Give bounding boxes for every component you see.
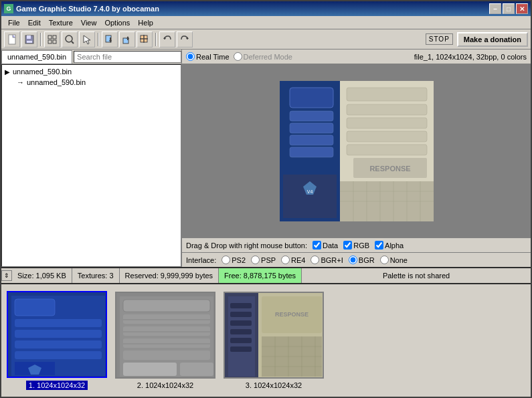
svg-rect-32 (347, 118, 427, 128)
separator-3 (155, 33, 157, 46)
stop-button[interactable]: STOP (426, 33, 453, 45)
reserved-label: Reserved: 9,999,999 bytes (125, 272, 213, 280)
interlace-ps2-text: PS2 (232, 256, 246, 264)
extra-button[interactable] (137, 31, 153, 47)
svg-rect-0 (9, 35, 15, 44)
realtime-label: Real Time (196, 53, 230, 61)
menu-options[interactable]: Options (100, 17, 134, 28)
svg-rect-33 (347, 131, 427, 142)
close-button[interactable]: ✕ (516, 3, 528, 14)
import-button[interactable] (102, 31, 118, 47)
viewer-area: RESPONSE (182, 64, 531, 237)
svg-rect-64 (123, 351, 210, 360)
menu-view[interactable]: View (77, 17, 101, 28)
svg-text:V4: V4 (306, 189, 313, 194)
viewer-bar: Real Time Deferred Mode file_1, 1024x102… (182, 49, 531, 64)
tree-child-item[interactable]: → unnamed_590.bin (3, 77, 179, 88)
svg-rect-78 (230, 346, 252, 352)
left-panel: unnamed_590.bin ▶ unnamed_590.bin → unna… (1, 49, 182, 267)
donate-button[interactable]: Make a donation (457, 32, 528, 47)
svg-marker-10 (84, 35, 90, 44)
scroll-icon[interactable]: ⇕ (1, 270, 12, 281)
tree-file-icon: → (17, 78, 24, 86)
interlace-none-radio[interactable] (380, 256, 389, 264)
free-label: Free: 8,878,175 bytes (224, 272, 296, 280)
thumb-img-3: RESPONSE (224, 292, 324, 379)
thumb-label-3: 3. 1024x1024x32 (246, 381, 302, 389)
interlace-ps2-radio[interactable] (221, 256, 230, 264)
interlace-re4-label[interactable]: RE4 (281, 256, 305, 264)
svg-rect-62 (123, 326, 210, 336)
svg-text:RESPONSE: RESPONSE (275, 311, 308, 318)
thumbnail-3[interactable]: RESPONSE 3. 1024x1024x32 (224, 292, 324, 389)
menubar: File Edit Texture View Options Help (1, 16, 531, 29)
menu-help[interactable]: Help (134, 17, 157, 28)
interlace-none-text: None (390, 256, 408, 264)
dnd-alpha-label[interactable]: Alpha (375, 241, 404, 250)
interlace-psp-label[interactable]: PSP (251, 256, 276, 264)
thumbnail-1[interactable]: 1. 1024x1024x32 (7, 291, 107, 390)
svg-rect-60 (123, 300, 210, 312)
dnd-bar: Drag & Drop with right mouse button: Dat… (182, 237, 531, 252)
palette-segment: Palette is not shared (302, 268, 531, 283)
svg-rect-73 (230, 303, 252, 308)
svg-rect-25 (290, 111, 333, 121)
reserved-segment: Reserved: 9,999,999 bytes (120, 268, 219, 283)
minimize-button[interactable]: – (489, 3, 501, 14)
interlace-bgri-label[interactable]: BGR+I (311, 256, 343, 264)
deferred-radio[interactable] (234, 52, 242, 61)
svg-rect-34 (347, 144, 427, 155)
tree-expand-icon: ▶ (5, 68, 10, 76)
interlace-bgr-radio[interactable] (349, 256, 357, 264)
menu-texture[interactable]: Texture (45, 17, 77, 28)
interlace-re4-radio[interactable] (281, 256, 290, 264)
window-title: Game Graphic Studio 7.4.0 by obocaman (16, 5, 159, 13)
new-button[interactable] (4, 31, 20, 47)
realtime-radio-label[interactable]: Real Time (186, 52, 230, 61)
interlace-bgr-label[interactable]: BGR (349, 256, 375, 264)
undo-button[interactable] (159, 31, 175, 47)
search-input[interactable] (74, 51, 181, 63)
svg-rect-3 (27, 41, 32, 43)
zoom-button[interactable] (62, 31, 78, 47)
interlace-bar: Interlace: PS2 PSP RE4 BGR+I (182, 252, 531, 267)
svg-rect-52 (15, 319, 102, 327)
maximize-button[interactable]: □ (503, 3, 515, 14)
free-segment: Free: 8,878,175 bytes (219, 268, 302, 283)
interlace-psp-radio[interactable] (251, 256, 260, 264)
interlace-ps2-label[interactable]: PS2 (221, 256, 246, 264)
palette-label: Palette is not shared (383, 272, 450, 280)
save-button[interactable] (21, 31, 37, 47)
svg-rect-27 (290, 135, 333, 145)
svg-rect-76 (230, 329, 252, 334)
svg-rect-54 (15, 340, 102, 349)
interlace-bgri-radio[interactable] (311, 256, 319, 264)
grid-button[interactable] (44, 31, 60, 47)
thumbnail-2[interactable]: 2. 1024x1024x32 (115, 292, 215, 389)
menu-file[interactable]: File (4, 17, 24, 28)
svg-rect-66 (180, 363, 213, 376)
thumb-label-1: 1. 1024x1024x32 (26, 381, 88, 390)
dnd-data-label[interactable]: Data (313, 241, 338, 250)
file-tab[interactable]: unnamed_590.bin (1, 50, 72, 64)
realtime-radio[interactable] (186, 52, 195, 61)
svg-rect-2 (27, 35, 31, 39)
tree-child-label: unnamed_590.bin (27, 78, 86, 86)
redo-button[interactable] (177, 31, 193, 47)
menu-edit[interactable]: Edit (24, 17, 45, 28)
separator-1 (40, 33, 41, 46)
dnd-alpha-checkbox[interactable] (375, 241, 383, 250)
statusbar: ⇕ Size: 1,095 KB Textures: 3 Reserved: 9… (1, 267, 531, 283)
dnd-data-checkbox[interactable] (313, 241, 321, 250)
textures-label: Textures: 3 (78, 272, 114, 280)
dnd-rgb-label[interactable]: RGB (343, 241, 369, 250)
interlace-none-label[interactable]: None (380, 256, 408, 264)
cursor-button[interactable] (79, 31, 95, 47)
app-icon: G (4, 4, 13, 13)
dnd-data-text: Data (323, 241, 338, 250)
deferred-radio-label[interactable]: Deferred Mode (234, 52, 292, 61)
tree-root-item[interactable]: ▶ unnamed_590.bin (3, 66, 179, 77)
dnd-rgb-checkbox[interactable] (343, 241, 352, 250)
export-button[interactable] (119, 31, 135, 47)
svg-rect-77 (230, 338, 252, 343)
